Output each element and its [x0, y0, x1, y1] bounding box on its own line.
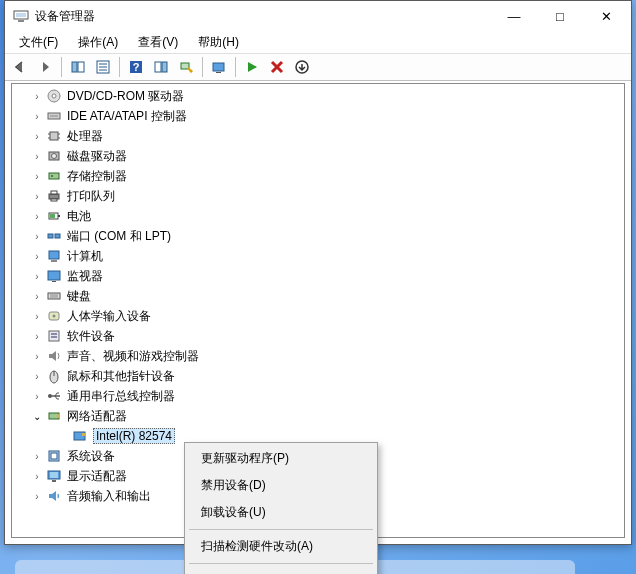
menu-action[interactable]: 操作(A) — [68, 32, 128, 53]
menu-view[interactable]: 查看(V) — [128, 32, 188, 53]
monitor-icon — [46, 268, 62, 284]
menu-help[interactable]: 帮助(H) — [188, 32, 249, 53]
tree-node-label: DVD/CD-ROM 驱动器 — [67, 88, 184, 105]
disable-device-button[interactable] — [266, 56, 288, 78]
tree-node-port[interactable]: ›端口 (COM 和 LPT) — [12, 226, 624, 246]
chevron-right-icon[interactable]: › — [30, 269, 44, 283]
tree-node-mouse[interactable]: ›鼠标和其他指针设备 — [12, 366, 624, 386]
tree-node-monitor[interactable]: ›监视器 — [12, 266, 624, 286]
network-icon — [46, 408, 62, 424]
context-menu-item[interactable]: 更新驱动程序(P) — [187, 445, 375, 472]
forward-button[interactable] — [34, 56, 56, 78]
chevron-right-icon[interactable]: › — [30, 329, 44, 343]
svg-rect-49 — [51, 333, 57, 335]
back-button[interactable] — [9, 56, 31, 78]
toolbar-separator — [61, 57, 62, 77]
svg-rect-15 — [213, 63, 224, 71]
chevron-right-icon[interactable]: › — [30, 149, 44, 163]
update-driver-button[interactable] — [208, 56, 230, 78]
chevron-right-icon[interactable]: › — [30, 469, 44, 483]
context-menu-separator — [189, 563, 373, 564]
tree-node-usb[interactable]: ›通用串行总线控制器 — [12, 386, 624, 406]
battery-icon — [46, 208, 62, 224]
scan-hardware-button[interactable] — [175, 56, 197, 78]
svg-rect-50 — [51, 336, 57, 338]
titlebar[interactable]: 设备管理器 — □ ✕ — [5, 1, 631, 31]
maximize-button[interactable]: □ — [537, 1, 583, 31]
context-menu: 更新驱动程序(P)禁用设备(D)卸载设备(U)扫描检测硬件改动(A)属性(R) — [184, 442, 378, 574]
tree-node-computer[interactable]: ›计算机 — [12, 246, 624, 266]
svg-point-47 — [53, 315, 56, 318]
context-menu-item[interactable]: 扫描检测硬件改动(A) — [187, 533, 375, 560]
tree-node-label: 通用串行总线控制器 — [67, 388, 175, 405]
close-button[interactable]: ✕ — [583, 1, 629, 31]
tree-node-label: 网络适配器 — [67, 408, 127, 425]
properties-button[interactable] — [92, 56, 114, 78]
tree-node-ide[interactable]: ›IDE ATA/ATAPI 控制器 — [12, 106, 624, 126]
chevron-right-icon[interactable]: › — [30, 109, 44, 123]
svg-rect-60 — [51, 453, 57, 459]
svg-rect-22 — [50, 132, 58, 140]
tree-node-label: 声音、视频和游戏控制器 — [67, 348, 199, 365]
toolbar: ? — [5, 53, 631, 81]
svg-rect-16 — [216, 72, 221, 73]
cpu-icon — [46, 128, 62, 144]
tree-node-label: 计算机 — [67, 248, 103, 265]
chevron-right-icon[interactable]: › — [30, 289, 44, 303]
chevron-right-icon[interactable]: › — [30, 129, 44, 143]
printer-icon — [46, 188, 62, 204]
chevron-right-icon[interactable]: › — [30, 189, 44, 203]
action-pane-button[interactable] — [150, 56, 172, 78]
svg-rect-62 — [50, 472, 58, 478]
storage-icon — [46, 168, 62, 184]
disk-icon — [46, 148, 62, 164]
chevron-right-icon[interactable]: › — [30, 389, 44, 403]
tree-node-label: 显示适配器 — [67, 468, 127, 485]
context-menu-item[interactable]: 卸载设备(U) — [187, 499, 375, 526]
chevron-right-icon[interactable]: › — [30, 249, 44, 263]
svg-rect-4 — [78, 62, 84, 72]
chevron-right-icon[interactable]: › — [30, 449, 44, 463]
chevron-right-icon[interactable]: › — [30, 309, 44, 323]
chevron-down-icon[interactable]: ⌄ — [30, 409, 44, 423]
tree-node-printer[interactable]: ›打印队列 — [12, 186, 624, 206]
svg-point-14 — [190, 70, 193, 73]
tree-node-cpu[interactable]: ›处理器 — [12, 126, 624, 146]
show-hide-tree-button[interactable] — [67, 56, 89, 78]
context-menu-item[interactable]: 禁用设备(D) — [187, 472, 375, 499]
tree-node-battery[interactable]: ›电池 — [12, 206, 624, 226]
chevron-right-icon[interactable]: › — [30, 489, 44, 503]
help-button[interactable]: ? — [125, 56, 147, 78]
context-menu-item[interactable]: 属性(R) — [187, 567, 375, 574]
svg-rect-35 — [58, 215, 60, 217]
minimize-button[interactable]: — — [491, 1, 537, 31]
chevron-right-icon[interactable]: › — [30, 229, 44, 243]
chevron-right-icon[interactable]: › — [30, 209, 44, 223]
tree-node-label: 端口 (COM 和 LPT) — [67, 228, 171, 245]
tree-node-storage[interactable]: ›存储控制器 — [12, 166, 624, 186]
tree-node-label: Intel(R) 82574 — [93, 428, 175, 444]
tree-node-label: 打印队列 — [67, 188, 115, 205]
tree-node-disk[interactable]: ›磁盘驱动器 — [12, 146, 624, 166]
ide-icon — [46, 108, 62, 124]
tree-node-hid[interactable]: ›人体学输入设备 — [12, 306, 624, 326]
tree-node-audio[interactable]: ›声音、视频和游戏控制器 — [12, 346, 624, 366]
uninstall-device-button[interactable] — [291, 56, 313, 78]
menu-file[interactable]: 文件(F) — [9, 32, 68, 53]
tree-node-label: 监视器 — [67, 268, 103, 285]
chevron-right-icon[interactable]: › — [30, 349, 44, 363]
chevron-right-icon[interactable]: › — [30, 369, 44, 383]
tree-node-keyboard[interactable]: ›键盘 — [12, 286, 624, 306]
svg-point-19 — [52, 94, 56, 98]
svg-rect-32 — [51, 191, 57, 194]
chevron-right-icon[interactable]: › — [30, 169, 44, 183]
tree-node-network[interactable]: ⌄网络适配器 — [12, 406, 624, 426]
tree-node-disc[interactable]: ›DVD/CD-ROM 驱动器 — [12, 86, 624, 106]
chevron-right-icon[interactable]: › — [30, 89, 44, 103]
svg-rect-33 — [51, 199, 57, 201]
menubar: 文件(F) 操作(A) 查看(V) 帮助(H) — [5, 31, 631, 53]
tree-node-label: 处理器 — [67, 128, 103, 145]
enable-device-button[interactable] — [241, 56, 263, 78]
toolbar-separator — [119, 57, 120, 77]
tree-node-software[interactable]: ›软件设备 — [12, 326, 624, 346]
